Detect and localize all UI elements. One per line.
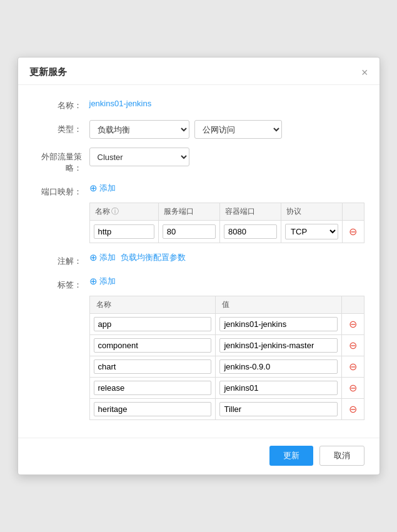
tags-table-row: ⊖: [89, 356, 364, 378]
tags-col-val: 值: [216, 296, 342, 314]
remove-tag-button[interactable]: ⊖: [342, 399, 364, 420]
tag-value-input[interactable]: [219, 317, 338, 331]
tag-name-input[interactable]: [94, 338, 212, 353]
name-value: jenkins01-jenkins: [89, 96, 152, 108]
name-label: 名称：: [33, 96, 89, 111]
name-content: jenkins01-jenkins: [89, 96, 364, 108]
traffic-select[interactable]: Cluster Local: [89, 148, 189, 166]
port-mapping-row: 端口映射： ⊕ 添加 名称ⓘ 服务端口 容器端口 协议: [33, 183, 364, 243]
lb-config-link[interactable]: 负载均衡配置参数: [121, 252, 186, 263]
annotation-content: ⊕ 添加 负载均衡配置参数: [89, 252, 364, 263]
tags-table: 名称 值 ⊖ ⊖ ⊖ ⊖ ⊖: [89, 296, 364, 420]
tag-value-input[interactable]: [219, 359, 338, 374]
traffic-label: 外部流量策略：: [33, 148, 89, 174]
dialog-header: 更新服务 ×: [18, 58, 379, 85]
tag-value-input[interactable]: [219, 338, 338, 353]
port-name-input[interactable]: [94, 224, 154, 239]
port-col-tgt: 容器端口: [219, 203, 281, 221]
add-annotation-button[interactable]: ⊕ 添加: [89, 252, 116, 263]
tag-name-input[interactable]: [94, 402, 212, 416]
add-tags-button[interactable]: ⊕ 添加: [89, 276, 116, 287]
tag-name-input[interactable]: [94, 381, 212, 395]
port-col-src: 服务端口: [158, 203, 219, 221]
annotation-row: 注解： ⊕ 添加 负载均衡配置参数: [33, 252, 364, 267]
dialog-footer: 更新 取消: [18, 438, 379, 474]
port-protocol-select[interactable]: TCP UDP: [285, 224, 338, 239]
port-container-input[interactable]: [224, 224, 277, 239]
update-service-dialog: 更新服务 × 名称： jenkins01-jenkins 类型： 负载均衡 Cl…: [18, 57, 380, 475]
type-select[interactable]: 负载均衡 ClusterIP NodePort: [89, 120, 189, 139]
plus-icon: ⊕: [89, 183, 98, 194]
tags-label: 标签：: [33, 276, 89, 291]
tags-plus-icon: ⊕: [89, 276, 98, 287]
info-icon: ⓘ: [111, 207, 119, 216]
type-label: 类型：: [33, 120, 89, 135]
add-port-button[interactable]: ⊕ 添加: [89, 183, 116, 194]
traffic-content: Cluster Local: [89, 148, 364, 166]
tag-name-input[interactable]: [94, 359, 212, 374]
cancel-button[interactable]: 取消: [319, 446, 364, 466]
tags-col-name: 名称: [89, 296, 216, 314]
update-button[interactable]: 更新: [269, 446, 313, 466]
access-select[interactable]: 公网访问 内网访问: [194, 120, 282, 139]
port-mapping-content: ⊕ 添加 名称ⓘ 服务端口 容器端口 协议: [89, 183, 364, 243]
port-table: 名称ⓘ 服务端口 容器端口 协议 TCP UDP: [89, 203, 364, 243]
tags-table-row: ⊖: [89, 314, 364, 335]
tag-name-input[interactable]: [94, 317, 212, 331]
close-button[interactable]: ×: [361, 67, 368, 78]
dialog-body: 名称： jenkins01-jenkins 类型： 负载均衡 ClusterIP…: [18, 85, 379, 438]
tag-value-input[interactable]: [219, 402, 338, 416]
remove-tag-button[interactable]: ⊖: [342, 378, 364, 399]
tags-row: 标签： ⊕ 添加 名称 值 ⊖: [33, 276, 364, 420]
port-table-row: TCP UDP ⊖: [89, 221, 364, 243]
port-col-name: 名称ⓘ: [89, 203, 158, 221]
port-col-del: [343, 203, 364, 221]
remove-tag-button[interactable]: ⊖: [342, 335, 364, 356]
tags-table-row: ⊖: [89, 335, 364, 356]
name-row: 名称： jenkins01-jenkins: [33, 96, 364, 111]
dialog-title: 更新服务: [29, 66, 67, 78]
remove-tag-button[interactable]: ⊖: [342, 356, 364, 378]
type-row: 类型： 负载均衡 ClusterIP NodePort 公网访问 内网访问: [33, 120, 364, 139]
traffic-row: 外部流量策略： Cluster Local: [33, 148, 364, 174]
tags-content: ⊕ 添加 名称 值 ⊖ ⊖: [89, 276, 364, 420]
tags-table-row: ⊖: [89, 399, 364, 420]
tags-col-del: [342, 296, 364, 314]
annotation-add-row: ⊕ 添加 负载均衡配置参数: [89, 252, 186, 263]
tag-value-input[interactable]: [219, 381, 338, 395]
port-col-proto: 协议: [281, 203, 343, 221]
remove-port-button[interactable]: ⊖: [343, 221, 364, 243]
tags-table-row: ⊖: [89, 378, 364, 399]
remove-tag-button[interactable]: ⊖: [342, 314, 364, 335]
annotation-label: 注解：: [33, 252, 89, 267]
annotation-plus-icon: ⊕: [89, 252, 98, 263]
port-mapping-label: 端口映射：: [33, 183, 89, 198]
port-service-input[interactable]: [163, 224, 216, 239]
type-content: 负载均衡 ClusterIP NodePort 公网访问 内网访问: [89, 120, 364, 139]
